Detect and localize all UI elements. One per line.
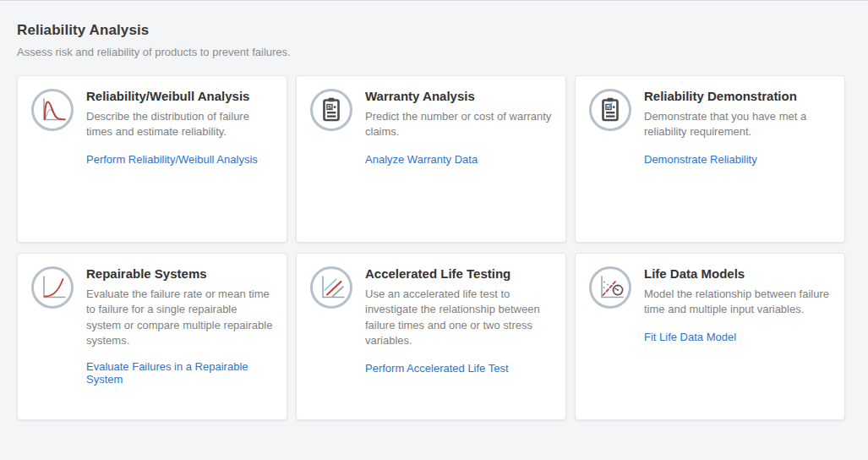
fit-life-data-model-link[interactable]: Fit Life Data Model (644, 331, 736, 343)
card-body: Accelerated Life Testing Use an accelera… (365, 266, 552, 375)
weibull-distribution-curve-svg (34, 91, 71, 129)
regression-stopwatch-svg (592, 269, 629, 306)
card-reliability-demonstration: Reliability Demonstration Demonstrate th… (575, 75, 845, 243)
increasing-failure-curve-icon (31, 266, 74, 309)
card-description: Predict the number or cost of warranty c… (365, 109, 552, 140)
clipboard-dollar-svg: $ (313, 91, 350, 129)
demonstrate-reliability-link[interactable]: Demonstrate Reliability (644, 153, 757, 166)
card-reliability-weibull-analysis: Reliability/Weibull Analysis Describe th… (17, 75, 287, 243)
card-body: Life Data Models Model the relationship … (644, 266, 831, 344)
card-title: Reliability Demonstration (644, 89, 831, 103)
perform-accelerated-life-test-link[interactable]: Perform Accelerated Life Test (365, 362, 509, 375)
increasing-failure-curve-svg (34, 269, 71, 306)
card-title: Accelerated Life Testing (365, 266, 552, 281)
card-body: Repairable Systems Evaluate the failure … (86, 266, 273, 386)
reliability-analysis-page: Reliability Analysis Assess risk and rel… (0, 0, 868, 460)
regression-stopwatch-icon (589, 266, 631, 309)
weibull-distribution-curve-icon (31, 89, 74, 131)
card-title: Life Data Models (644, 266, 831, 281)
card-repairable-systems: Repairable Systems Evaluate the failure … (17, 253, 287, 420)
card-body: Reliability Demonstration Demonstrate th… (644, 88, 831, 167)
perform-reliability-weibull-analysis-link[interactable]: Perform Reliability/Weibull Analysis (86, 153, 258, 166)
parallel-stress-lines-chart-svg (313, 269, 350, 306)
clipboard-checkmark-svg (592, 91, 629, 129)
svg-text:$: $ (328, 104, 332, 111)
analysis-cards-grid: Reliability/Weibull Analysis Describe th… (17, 75, 851, 420)
card-description: Model the relationship between failure t… (644, 287, 831, 318)
page-title: Reliability Analysis (17, 22, 851, 39)
card-title: Warranty Analysis (365, 89, 552, 103)
card-description: Use an accelerated life test to investig… (365, 287, 552, 349)
card-title: Reliability/Weibull Analysis (86, 89, 273, 103)
card-body: Reliability/Weibull Analysis Describe th… (86, 88, 273, 167)
clipboard-dollar-icon: $ (310, 89, 352, 131)
card-description: Evaluate the failure rate or mean time t… (86, 287, 273, 349)
card-accelerated-life-testing: Accelerated Life Testing Use an accelera… (296, 253, 566, 420)
page-subtitle: Assess risk and reliability of products … (17, 46, 851, 58)
card-description: Describe the distribution of failure tim… (86, 109, 273, 140)
analyze-warranty-data-link[interactable]: Analyze Warranty Data (365, 153, 478, 166)
card-title: Repairable Systems (86, 266, 273, 281)
card-warranty-analysis: $ Warranty Analysis Predict the number o… (296, 75, 566, 243)
card-body: Warranty Analysis Predict the number or … (365, 88, 552, 167)
card-description: Demonstrate that you have met a reliabil… (644, 109, 831, 140)
page-header: Reliability Analysis Assess risk and rel… (17, 22, 851, 58)
parallel-stress-lines-chart-icon (310, 266, 352, 309)
card-life-data-models: Life Data Models Model the relationship … (575, 253, 845, 420)
clipboard-checkmark-icon (589, 89, 631, 131)
evaluate-failures-repairable-system-link[interactable]: Evaluate Failures in a Repairable System (86, 360, 273, 386)
